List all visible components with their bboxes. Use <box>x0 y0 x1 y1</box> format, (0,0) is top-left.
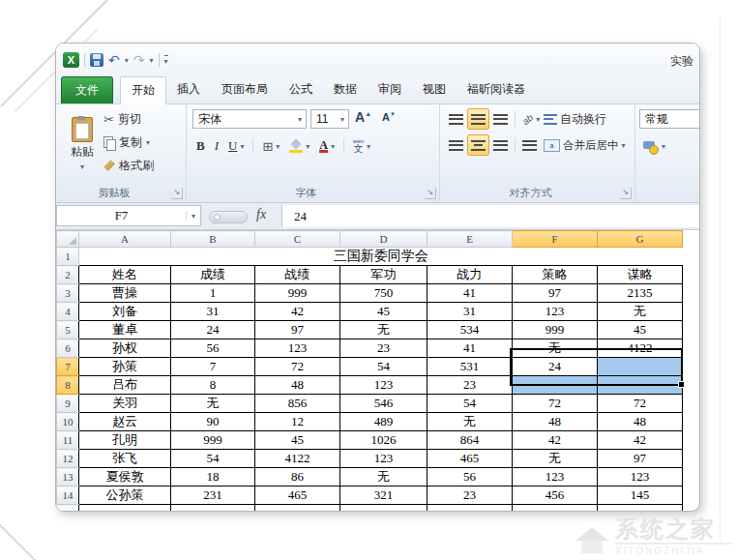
cell-F15[interactable]: …… <box>513 505 598 513</box>
cell-C9[interactable]: 856 <box>255 395 340 413</box>
format-painter-button[interactable]: 格式刷 <box>103 156 154 175</box>
cell-D14[interactable]: 321 <box>340 486 427 505</box>
redo-dropdown-icon[interactable] <box>149 56 153 65</box>
cell-E9[interactable]: 54 <box>427 395 513 413</box>
italic-button[interactable]: I <box>211 135 222 157</box>
cell-D6[interactable]: 23 <box>340 339 427 358</box>
underline-button[interactable]: U <box>224 135 248 157</box>
paste-button[interactable]: 粘贴 <box>61 108 103 180</box>
tab-data[interactable]: 数据 <box>323 76 368 103</box>
cell-G5[interactable]: 45 <box>598 321 683 339</box>
row-header-14[interactable]: 14 <box>57 486 79 505</box>
tab-file[interactable]: 文件 <box>61 76 113 103</box>
cell-A6[interactable]: 孙权 <box>79 339 171 358</box>
font-size-combo[interactable]: 11 <box>310 109 349 129</box>
row-header-2[interactable]: 2 <box>57 266 79 284</box>
cell-F9[interactable]: 72 <box>513 395 598 413</box>
column-header-F[interactable]: F <box>513 231 598 248</box>
cell-E14[interactable]: 23 <box>427 486 513 505</box>
cell-B5[interactable]: 24 <box>171 321 255 339</box>
cell-A4[interactable]: 刘备 <box>79 303 171 321</box>
cell-D11[interactable]: 1026 <box>340 431 427 450</box>
cell-G4[interactable]: 无 <box>598 303 683 321</box>
cell-G8[interactable] <box>598 376 683 395</box>
cell-F14[interactable]: 456 <box>513 486 598 505</box>
cell-D10[interactable]: 489 <box>340 413 427 431</box>
align-left-button[interactable] <box>445 134 467 156</box>
cell-B3[interactable]: 1 <box>171 284 255 303</box>
tab-formulas[interactable]: 公式 <box>279 76 323 103</box>
cell-F5[interactable]: 999 <box>513 321 598 339</box>
cell-E5[interactable]: 534 <box>427 321 513 339</box>
cell-F12[interactable]: 无 <box>513 450 598 468</box>
undo-button[interactable] <box>108 54 120 66</box>
fill-color-button[interactable] <box>285 135 313 157</box>
name-box[interactable]: F7 <box>56 205 201 226</box>
cell-G6[interactable]: 4122 <box>598 339 683 358</box>
cell-G3[interactable]: 2135 <box>598 284 683 303</box>
cell-B4[interactable]: 31 <box>171 303 255 321</box>
column-header-G[interactable]: G <box>598 231 683 248</box>
cell-A2[interactable]: 姓名 <box>79 266 171 284</box>
cell-B8[interactable]: 8 <box>171 376 255 395</box>
row-header-15[interactable]: 15 <box>57 505 79 513</box>
cell-E6[interactable]: 41 <box>427 339 513 358</box>
row-header-3[interactable]: 3 <box>57 284 79 303</box>
cell-F2[interactable]: 策略 <box>513 266 598 284</box>
cell-B12[interactable]: 54 <box>171 450 255 468</box>
cell-B10[interactable]: 90 <box>171 413 255 431</box>
paste-dropdown-icon[interactable] <box>80 162 84 171</box>
customize-qat-dropdown-icon[interactable] <box>164 55 168 66</box>
cell-F6[interactable]: 无 <box>513 339 598 358</box>
font-color-button[interactable]: A <box>315 135 339 157</box>
cell-E3[interactable]: 41 <box>427 284 513 303</box>
save-button[interactable] <box>90 53 103 67</box>
cell-D13[interactable]: 无 <box>340 468 427 486</box>
cell-A15[interactable]: …… <box>79 505 171 513</box>
cell-C6[interactable]: 123 <box>255 339 340 358</box>
increase-font-size-button[interactable]: A▲ <box>355 109 371 125</box>
cell-C5[interactable]: 97 <box>255 321 340 339</box>
cell-E13[interactable]: 56 <box>427 468 513 486</box>
cut-button[interactable]: 剪切 <box>103 109 141 129</box>
align-bottom-button[interactable] <box>489 108 512 130</box>
tab-review[interactable]: 审阅 <box>368 76 412 103</box>
cell-D5[interactable]: 无 <box>340 321 427 339</box>
row-header-9[interactable]: 9 <box>57 395 79 413</box>
cell-D9[interactable]: 546 <box>340 395 427 413</box>
alignment-dialog-launcher-icon[interactable] <box>620 188 632 199</box>
cell-G7[interactable] <box>598 358 683 376</box>
cell-F4[interactable]: 123 <box>513 303 598 321</box>
excel-logo-icon[interactable] <box>63 52 79 68</box>
cell-B13[interactable]: 18 <box>171 468 255 486</box>
cell-C11[interactable]: 45 <box>255 431 340 450</box>
column-header-D[interactable]: D <box>340 231 427 248</box>
cell-F7[interactable]: 24 <box>513 358 598 376</box>
cell-B6[interactable]: 56 <box>171 339 255 358</box>
align-right-button[interactable] <box>489 134 512 156</box>
select-all-corner[interactable] <box>57 231 79 248</box>
cell-G10[interactable]: 48 <box>598 413 683 431</box>
cell-G9[interactable]: 72 <box>598 395 683 413</box>
column-header-E[interactable]: E <box>427 231 513 248</box>
column-header-A[interactable]: A <box>79 231 171 248</box>
tab-insert[interactable]: 插入 <box>166 76 211 103</box>
row-header-4[interactable]: 4 <box>57 303 79 321</box>
cell-F11[interactable]: 42 <box>513 431 598 450</box>
cell-B14[interactable]: 231 <box>171 486 255 505</box>
cell-B15[interactable]: …… <box>171 505 255 513</box>
cell-C10[interactable]: 12 <box>255 413 340 431</box>
name-box-dropdown-icon[interactable] <box>186 212 200 221</box>
tab-view[interactable]: 视图 <box>412 76 457 103</box>
tab-foxit-reader[interactable]: 福昕阅读器 <box>457 76 536 103</box>
row-header-5[interactable]: 5 <box>57 321 79 339</box>
copy-dropdown-icon[interactable] <box>146 138 150 147</box>
phonetic-dropdown-icon[interactable] <box>367 142 370 151</box>
decrease-font-size-button[interactable]: A▼ <box>382 111 396 123</box>
cell-D15[interactable]: …… <box>340 505 427 513</box>
cell-E2[interactable]: 战力 <box>427 266 513 284</box>
cell-A8[interactable]: 吕布 <box>79 376 171 395</box>
column-header-C[interactable]: C <box>255 231 340 248</box>
align-center-button[interactable] <box>467 134 489 156</box>
cell-A13[interactable]: 夏侯敦 <box>79 468 171 486</box>
